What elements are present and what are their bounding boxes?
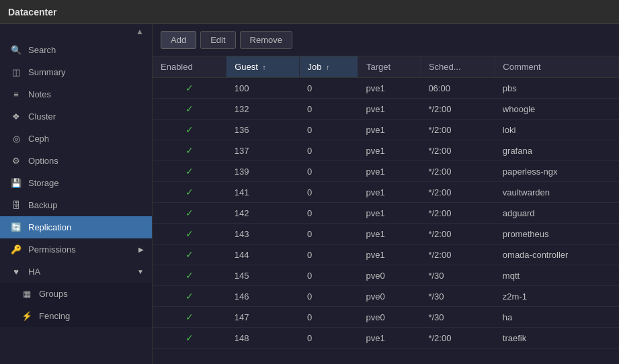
cell-comment: whoogle [495,99,619,120]
cell-job: 0 [299,328,358,349]
collapse-arrow[interactable]: ▲ [136,27,144,36]
cell-schedule: */2:00 [420,99,494,120]
table-row[interactable]: ✓1450pve0*/30mqtt [153,265,619,286]
cell-enabled: ✓ [153,182,226,203]
sidebar-item-fencing[interactable]: ⚡ Fencing [0,305,152,327]
check-mark-icon: ✓ [161,83,218,93]
cluster-icon: ❖ [11,111,22,122]
sidebar-item-cluster[interactable]: ❖ Cluster [0,105,152,128]
options-icon: ⚙ [11,156,22,166]
table-row[interactable]: ✓1360pve1*/2:00loki [153,120,619,140]
cell-job: 0 [299,265,358,286]
check-mark-icon: ✓ [161,291,218,302]
sidebar-item-groups[interactable]: ▦ Groups [0,283,152,305]
table-row[interactable]: ✓1420pve1*/2:00adguard [153,203,619,224]
sidebar-label-groups: Groups [39,289,144,299]
cell-comment: mqtt [495,265,619,286]
remove-button[interactable]: Remove [240,31,292,49]
cell-schedule: */30 [420,307,494,328]
col-schedule-label: Sched... [429,62,461,72]
check-mark-icon: ✓ [161,187,218,197]
cell-enabled: ✓ [153,161,226,182]
sidebar-item-replication[interactable]: 🔄 Replication [0,216,152,238]
cell-enabled: ✓ [153,99,226,120]
cell-schedule: */2:00 [420,224,494,244]
cell-job: 0 [299,99,358,120]
cell-schedule: */30 [420,286,494,307]
cell-schedule: */2:00 [420,140,494,161]
col-target[interactable]: Target [358,56,421,78]
cell-enabled: ✓ [153,140,226,161]
notes-icon: ≡ [11,89,22,99]
table-row[interactable]: ✓1440pve1*/2:00omada-controller [153,244,619,265]
cell-enabled: ✓ [153,203,226,224]
cell-target: pve1 [358,78,421,99]
sidebar-label-ha: HA [28,267,137,277]
table-row[interactable]: ✓1370pve1*/2:00grafana [153,140,619,161]
sidebar-item-summary[interactable]: ◫ Summary [0,61,152,83]
cell-target: pve1 [358,120,421,140]
col-guest[interactable]: Guest ↑ [226,56,299,78]
edit-button[interactable]: Edit [200,31,235,49]
col-comment[interactable]: Comment [495,56,619,78]
sidebar-item-ceph[interactable]: ◎ Ceph [0,128,152,150]
cell-comment: z2m-1 [495,286,619,307]
cell-schedule: */2:00 [420,120,494,140]
table-row[interactable]: ✓1410pve1*/2:00vaultwarden [153,182,619,203]
sidebar-item-options[interactable]: ⚙ Options [0,150,152,172]
add-button[interactable]: Add [161,31,196,49]
cell-guest: 145 [226,265,299,286]
cell-target: pve1 [358,140,421,161]
table-row[interactable]: ✓1480pve1*/2:00traefik [153,328,619,349]
table-row[interactable]: ✓1390pve1*/2:00paperless-ngx [153,161,619,182]
cell-job: 0 [299,307,358,328]
toolbar: Add Edit Remove [153,24,619,56]
cell-schedule: 06:00 [420,78,494,99]
sidebar-label-ceph: Ceph [28,134,144,144]
main-content: Add Edit Remove Enabled Guest ↑ [153,24,619,364]
cell-schedule: */2:00 [420,161,494,182]
col-target-label: Target [366,62,390,72]
cell-enabled: ✓ [153,265,226,286]
cell-schedule: */30 [420,265,494,286]
table-body: ✓1000pve106:00pbs✓1320pve1*/2:00whoogle✓… [153,78,619,349]
sidebar-item-storage[interactable]: 💾 Storage [0,172,152,194]
col-guest-label: Guest [235,62,258,72]
sidebar-label-permissions: Permissions [28,244,138,255]
col-schedule[interactable]: Sched... [420,56,494,78]
sidebar-label-replication: Replication [28,222,144,232]
sidebar-item-permissions[interactable]: 🔑 Permissions ▶ [0,238,152,261]
ceph-icon: ◎ [11,134,22,144]
col-job-label: Job [308,62,322,72]
replication-table-container: Enabled Guest ↑ Job ↑ Target [153,56,619,364]
table-row[interactable]: ✓1430pve1*/2:00prometheus [153,224,619,244]
search-icon: 🔍 [11,45,22,55]
permissions-arrow: ▶ [138,246,144,253]
table-row[interactable]: ✓1000pve106:00pbs [153,78,619,99]
cell-guest: 142 [226,203,299,224]
table-row[interactable]: ✓1460pve0*/30z2m-1 [153,286,619,307]
cell-comment: omada-controller [495,244,619,265]
col-job[interactable]: Job ↑ [299,56,358,78]
sidebar-item-search[interactable]: 🔍 Search [0,39,152,61]
sidebar-item-backup[interactable]: 🗄 Backup [0,194,152,216]
col-enabled[interactable]: Enabled [153,56,226,78]
cell-guest: 141 [226,182,299,203]
cell-comment: paperless-ngx [495,161,619,182]
cell-target: pve1 [358,182,421,203]
cell-enabled: ✓ [153,244,226,265]
header-title: Datacenter [8,7,56,17]
table-row[interactable]: ✓1470pve0*/30ha [153,307,619,328]
check-mark-icon: ✓ [161,249,218,260]
fencing-icon: ⚡ [22,311,32,321]
cell-job: 0 [299,140,358,161]
cell-target: pve1 [358,244,421,265]
sidebar-toggle[interactable]: ▲ [0,24,152,39]
cell-enabled: ✓ [153,328,226,349]
sidebar-item-notes[interactable]: ≡ Notes [0,83,152,105]
table-header-row: Enabled Guest ↑ Job ↑ Target [153,56,619,78]
check-mark-icon: ✓ [161,332,218,343]
table-row[interactable]: ✓1320pve1*/2:00whoogle [153,99,619,120]
sidebar-label-backup: Backup [28,200,144,210]
sidebar-item-ha[interactable]: ♥ HA ▼ [0,261,152,283]
